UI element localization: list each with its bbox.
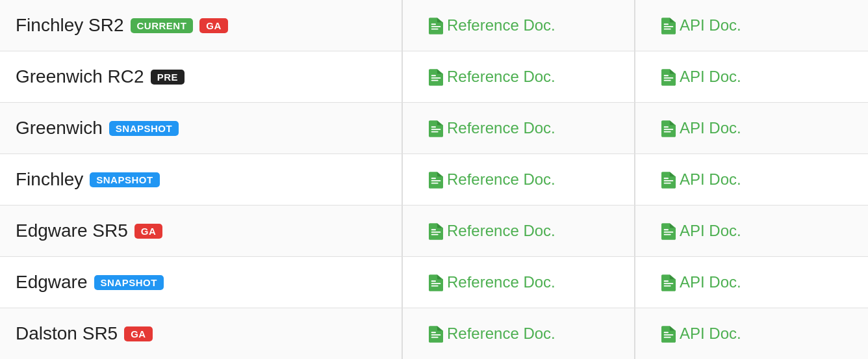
reference-doc-label: Reference Doc.: [447, 119, 555, 137]
versions-table: Finchley SR2CURRENTGA Reference Doc. API…: [0, 0, 868, 359]
col-ref-greenwich-rc2[interactable]: Reference Doc.: [403, 51, 635, 102]
svg-rect-21: [664, 180, 674, 181]
table-row: Dalston SR5GA Reference Doc. API Doc.: [0, 308, 868, 359]
svg-rect-11: [664, 75, 669, 76]
svg-rect-13: [431, 131, 439, 133]
col-name-edgware-sr5: Edgware SR5GA: [0, 206, 403, 256]
document-icon: [661, 274, 674, 290]
col-api-greenwich-rc2[interactable]: API Doc.: [635, 51, 868, 102]
svg-rect-12: [431, 129, 441, 130]
document-icon: [661, 120, 674, 136]
svg-rect-18: [431, 180, 441, 181]
api-doc-link[interactable]: API Doc.: [661, 170, 741, 189]
badge-current: CURRENT: [131, 18, 194, 33]
svg-rect-0: [431, 26, 441, 27]
svg-rect-5: [664, 23, 669, 25]
col-ref-finchley-sr2[interactable]: Reference Doc.: [403, 0, 635, 51]
col-api-finchley[interactable]: API Doc.: [635, 154, 868, 205]
col-api-edgware-sr5[interactable]: API Doc.: [635, 206, 868, 256]
svg-rect-36: [431, 334, 441, 336]
reference-doc-label: Reference Doc.: [447, 222, 555, 240]
reference-doc-link[interactable]: Reference Doc.: [429, 325, 555, 343]
reference-doc-label: Reference Doc.: [447, 16, 555, 34]
document-icon: [661, 223, 674, 239]
reference-doc-label: Reference Doc.: [447, 170, 555, 189]
table-row: Greenwich RC2PRE Reference Doc. API Doc.: [0, 51, 868, 103]
reference-doc-link[interactable]: Reference Doc.: [429, 68, 555, 86]
col-name-finchley: FinchleySNAPSHOT: [0, 154, 403, 205]
reference-doc-link[interactable]: Reference Doc.: [429, 273, 555, 291]
badge-ga: GA: [199, 18, 228, 33]
svg-rect-2: [431, 23, 436, 25]
api-doc-link[interactable]: API Doc.: [661, 273, 741, 291]
reference-doc-link[interactable]: Reference Doc.: [429, 119, 555, 137]
document-icon: [429, 18, 442, 33]
api-doc-label: API Doc.: [680, 16, 741, 34]
col-name-edgware: EdgwareSNAPSHOT: [0, 257, 403, 308]
reference-doc-link[interactable]: Reference Doc.: [429, 170, 555, 189]
api-doc-label: API Doc.: [680, 170, 741, 189]
api-doc-label: API Doc.: [680, 119, 741, 137]
svg-rect-37: [431, 337, 439, 338]
document-icon: [429, 274, 442, 290]
api-doc-label: API Doc.: [680, 273, 741, 291]
api-doc-link[interactable]: API Doc.: [661, 222, 741, 240]
badge-ga: GA: [124, 326, 153, 341]
col-ref-greenwich[interactable]: Reference Doc.: [403, 103, 635, 153]
reference-doc-link[interactable]: Reference Doc.: [429, 16, 555, 34]
badge-pre: PRE: [151, 70, 185, 85]
api-doc-link[interactable]: API Doc.: [661, 325, 741, 343]
document-icon: [429, 326, 442, 341]
svg-rect-32: [431, 280, 436, 282]
reference-doc-link[interactable]: Reference Doc.: [429, 222, 555, 240]
svg-rect-26: [431, 229, 436, 230]
svg-rect-3: [664, 26, 674, 27]
table-row: Finchley SR2CURRENTGA Reference Doc. API…: [0, 0, 868, 51]
badge-snapshot: SNAPSHOT: [90, 172, 159, 187]
api-doc-label: API Doc.: [680, 222, 741, 240]
svg-rect-28: [664, 234, 671, 235]
svg-rect-22: [664, 183, 671, 184]
document-icon: [429, 172, 442, 187]
document-icon: [429, 223, 442, 239]
version-name: Edgware: [16, 272, 88, 293]
svg-rect-20: [431, 178, 436, 179]
document-icon: [661, 326, 674, 341]
svg-rect-10: [664, 80, 671, 81]
col-api-greenwich[interactable]: API Doc.: [635, 103, 868, 153]
svg-rect-29: [664, 229, 669, 230]
api-doc-link[interactable]: API Doc.: [661, 16, 741, 34]
api-doc-link[interactable]: API Doc.: [661, 119, 741, 137]
col-api-finchley-sr2[interactable]: API Doc.: [635, 0, 868, 51]
svg-rect-14: [431, 126, 436, 127]
col-ref-dalston-sr5[interactable]: Reference Doc.: [403, 308, 635, 359]
col-ref-edgware-sr5[interactable]: Reference Doc.: [403, 206, 635, 256]
svg-rect-15: [664, 129, 674, 130]
svg-rect-39: [664, 334, 674, 336]
svg-rect-38: [431, 332, 436, 333]
version-name: Finchley: [16, 169, 83, 190]
col-ref-finchley[interactable]: Reference Doc.: [403, 154, 635, 205]
version-name: Greenwich RC2: [16, 66, 144, 87]
api-doc-label: API Doc.: [680, 325, 741, 343]
svg-rect-24: [431, 232, 441, 233]
col-ref-edgware[interactable]: Reference Doc.: [403, 257, 635, 308]
table-row: Edgware SR5GA Reference Doc. API Doc.: [0, 206, 868, 257]
svg-rect-30: [431, 283, 441, 284]
svg-rect-1: [431, 29, 439, 30]
reference-doc-label: Reference Doc.: [447, 325, 555, 343]
col-name-dalston-sr5: Dalston SR5GA: [0, 308, 403, 359]
reference-doc-label: Reference Doc.: [447, 68, 555, 86]
svg-rect-27: [664, 232, 674, 233]
version-name: Edgware SR5: [16, 220, 128, 241]
svg-rect-4: [664, 29, 671, 30]
svg-rect-25: [431, 234, 439, 235]
version-name: Greenwich: [16, 118, 103, 139]
col-name-greenwich: GreenwichSNAPSHOT: [0, 103, 403, 153]
api-doc-link[interactable]: API Doc.: [661, 68, 741, 86]
col-api-edgware[interactable]: API Doc.: [635, 257, 868, 308]
svg-rect-41: [664, 332, 669, 333]
col-name-greenwich-rc2: Greenwich RC2PRE: [0, 51, 403, 102]
table-row: GreenwichSNAPSHOT Reference Doc. API Doc…: [0, 103, 868, 154]
col-api-dalston-sr5[interactable]: API Doc.: [635, 308, 868, 359]
